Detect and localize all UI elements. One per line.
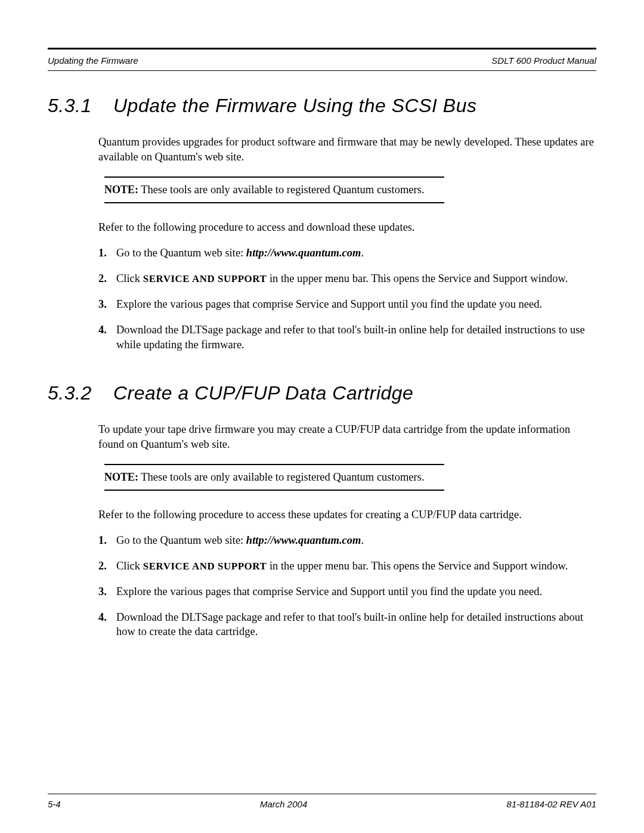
- step-text: Click: [116, 560, 143, 572]
- intro-paragraph: To update your tape drive firmware you m…: [98, 422, 596, 452]
- intro-paragraph: Quantum provides upgrades for product so…: [98, 135, 596, 165]
- after-note-paragraph: Refer to the following procedure to acce…: [98, 220, 596, 235]
- footer-rule: [48, 794, 596, 794]
- url-text: http://www.quantum.com: [246, 247, 361, 259]
- note-bottom-rule: [104, 202, 444, 203]
- header-right: SDLT 600 Product Manual: [491, 55, 596, 66]
- section-5-3-1-body: Quantum provides upgrades for product so…: [98, 135, 596, 352]
- note-content: NOTE: These tools are only available to …: [104, 465, 590, 490]
- step-4: Download the DLTSage package and refer t…: [98, 323, 596, 352]
- after-note-paragraph: Refer to the following procedure to acce…: [98, 507, 596, 522]
- page: Updating the Firmware SDLT 600 Product M…: [0, 0, 644, 833]
- step-text: Click: [116, 272, 143, 284]
- step-3: Explore the various pages that comprise …: [98, 584, 596, 599]
- note-label: NOTE:: [104, 184, 138, 196]
- heading-5-3-2: 5.3.2Create a CUP/FUP Data Cartridge: [48, 382, 596, 404]
- footer-date: March 2004: [260, 799, 307, 809]
- note-box: NOTE: These tools are only available to …: [104, 176, 590, 203]
- footer-docid: 81-81184-02 REV A01: [507, 799, 596, 809]
- step-2: Click SERVICE AND SUPPORT in the upper m…: [98, 271, 596, 286]
- url-text: http://www.quantum.com: [246, 534, 361, 546]
- note-box: NOTE: These tools are only available to …: [104, 464, 590, 491]
- step-text-tail: in the upper menu bar. This opens the Se…: [267, 272, 568, 284]
- heading-5-3-1: 5.3.1Update the Firmware Using the SCSI …: [48, 95, 596, 117]
- menu-name: SERVICE AND SUPPORT: [143, 561, 267, 572]
- step-text-tail: in the upper menu bar. This opens the Se…: [267, 560, 568, 572]
- note-text: These tools are only available to regist…: [141, 184, 424, 196]
- section-5-3-2-body: To update your tape drive firmware you m…: [98, 422, 596, 640]
- menu-name: SERVICE AND SUPPORT: [143, 273, 267, 284]
- note-content: NOTE: These tools are only available to …: [104, 178, 590, 202]
- step-1: Go to the Quantum web site: http://www.q…: [98, 533, 596, 548]
- note-text: These tools are only available to regist…: [141, 471, 424, 483]
- step-4: Download the DLTSage package and refer t…: [98, 610, 596, 640]
- step-text: Go to the Quantum web site:: [116, 247, 246, 259]
- note-bottom-rule: [104, 490, 444, 491]
- steps-list: Go to the Quantum web site: http://www.q…: [98, 246, 596, 352]
- footer-row: 5-4 March 2004 81-81184-02 REV A01: [48, 799, 596, 809]
- header-underline: [48, 70, 596, 71]
- header-left: Updating the Firmware: [48, 55, 138, 66]
- step-text-tail: .: [361, 247, 364, 259]
- footer: 5-4 March 2004 81-81184-02 REV A01: [48, 794, 596, 809]
- page-number: 5-4: [48, 799, 61, 809]
- heading-number: 5.3.1: [48, 95, 113, 117]
- step-3: Explore the various pages that comprise …: [98, 297, 596, 312]
- step-1: Go to the Quantum web site: http://www.q…: [98, 246, 596, 261]
- step-text-tail: .: [361, 534, 364, 546]
- top-rule: [48, 48, 596, 49]
- note-label: NOTE:: [104, 471, 138, 483]
- heading-number: 5.3.2: [48, 382, 113, 404]
- running-header: Updating the Firmware SDLT 600 Product M…: [48, 53, 596, 70]
- steps-list: Go to the Quantum web site: http://www.q…: [98, 533, 596, 640]
- heading-title: Update the Firmware Using the SCSI Bus: [113, 95, 476, 116]
- heading-title: Create a CUP/FUP Data Cartridge: [113, 382, 413, 404]
- step-text: Go to the Quantum web site:: [116, 534, 246, 546]
- step-2: Click SERVICE AND SUPPORT in the upper m…: [98, 559, 596, 574]
